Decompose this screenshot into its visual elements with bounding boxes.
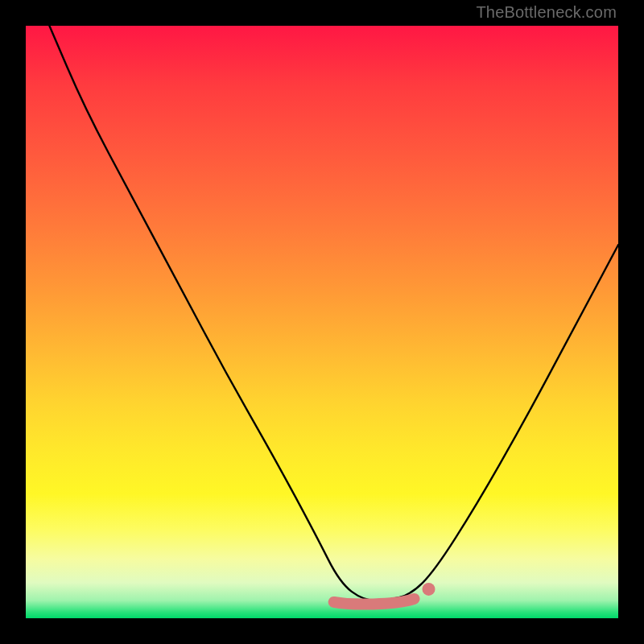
curve-layer (26, 26, 618, 618)
chart-container: TheBottleneck.com (0, 0, 644, 644)
watermark-text: TheBottleneck.com (476, 3, 617, 22)
plot-area (26, 26, 618, 618)
floor-end-dot (423, 583, 436, 596)
bottleneck-curve (49, 26, 618, 601)
curve-path-group (49, 26, 618, 605)
floor-band (334, 599, 415, 605)
